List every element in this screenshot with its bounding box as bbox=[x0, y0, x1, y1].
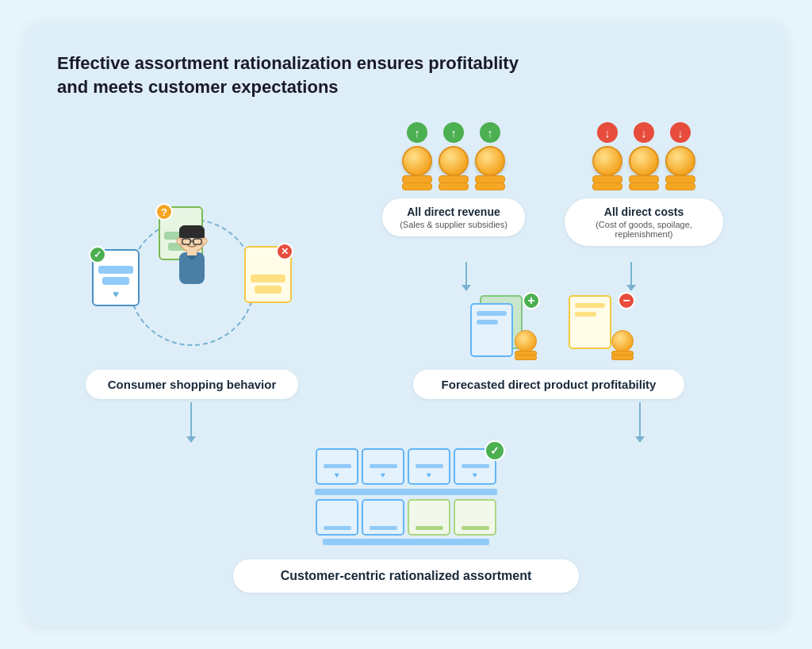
coin-4 bbox=[592, 146, 622, 176]
coin-cluster bbox=[515, 330, 537, 360]
person-svg bbox=[165, 225, 219, 313]
coin-2 bbox=[439, 146, 469, 176]
shelf-heart-2: ♥ bbox=[381, 470, 385, 479]
shelf-line-8 bbox=[462, 526, 489, 530]
consumer-section: ♥ ✓ ? ✕ bbox=[57, 203, 327, 399]
profit-product-green: + bbox=[465, 290, 537, 362]
shelf-row-bottom bbox=[316, 499, 496, 536]
shelf-illustration: ✓ ♥ ♥ ♥ bbox=[315, 448, 497, 545]
coin-stack-5: ↓ bbox=[629, 122, 659, 190]
check-badge-shelf: ✓ bbox=[485, 440, 505, 461]
coin-sm-2 bbox=[611, 330, 634, 352]
prod-line-1 bbox=[477, 311, 507, 316]
shelf-item-2: ♥ bbox=[362, 448, 404, 485]
shelf-item-6 bbox=[362, 499, 404, 536]
arrow-from-costs bbox=[630, 262, 632, 286]
minus-badge: − bbox=[618, 292, 635, 309]
prod-back-yellow bbox=[569, 295, 611, 349]
shelf-line-5 bbox=[324, 526, 351, 530]
profitability-label: Forecasted direct product profitability bbox=[413, 370, 685, 399]
shelf-item-7-green bbox=[408, 499, 450, 536]
arrow-down-left bbox=[190, 402, 192, 437]
top-row: ♥ ✓ ? ✕ bbox=[57, 122, 755, 399]
coin-stack-1: ↑ bbox=[402, 122, 432, 190]
up-arrow-3: ↑ bbox=[480, 122, 500, 143]
arrow-from-revenue bbox=[465, 262, 467, 286]
up-arrow-2: ↑ bbox=[443, 122, 464, 143]
shelf-row-top: ♥ ♥ ♥ ♥ bbox=[316, 448, 496, 485]
shelf-line-6 bbox=[370, 526, 397, 530]
consumer-label: Consumer shopping behavior bbox=[86, 370, 299, 399]
shelf-heart-3: ♥ bbox=[427, 470, 431, 479]
coin-1 bbox=[402, 146, 432, 176]
costs-pill: All direct costs (Cost of goods, spoilag… bbox=[565, 198, 723, 246]
coin-stack-4: ↓ bbox=[592, 122, 622, 190]
prod-lines bbox=[472, 305, 511, 331]
coin-stack-2: ↑ bbox=[439, 122, 469, 190]
shelf-item-3: ♥ bbox=[408, 448, 450, 485]
shelf-item-5 bbox=[316, 499, 358, 536]
revenue-costs-row: ↑ ↑ ↑ bbox=[343, 122, 755, 246]
coin-3 bbox=[475, 146, 505, 176]
coin-sm-1 bbox=[515, 330, 537, 352]
prod-front-blue bbox=[470, 303, 513, 357]
down-arrow-2: ↓ bbox=[634, 122, 654, 143]
bottom-label: Customer-centric rationalized assortment bbox=[233, 559, 580, 593]
arrow-right-down bbox=[639, 402, 641, 437]
coin-disk-sm-4 bbox=[611, 355, 634, 360]
shelf-bottom-bar-1 bbox=[315, 489, 497, 495]
arrow-down-right bbox=[639, 402, 641, 437]
svg-rect-2 bbox=[179, 230, 205, 238]
shelf-line-2 bbox=[370, 464, 397, 468]
revenue-pill: All direct revenue (Sales & supplier sub… bbox=[382, 198, 525, 236]
page-title: Effective assortment rationalization ens… bbox=[57, 52, 533, 98]
coin-stack-3: ↑ bbox=[475, 122, 505, 190]
coin-disk-sm-2 bbox=[515, 355, 537, 360]
shelf-line-3 bbox=[416, 464, 443, 468]
shelf-line-1 bbox=[324, 464, 351, 468]
plus-badge: + bbox=[523, 292, 540, 309]
down-arrow-3: ↓ bbox=[670, 122, 691, 143]
shelf-bottom-bar-2 bbox=[323, 539, 489, 545]
profit-products-row: + bbox=[465, 290, 632, 362]
arrow-left-down bbox=[190, 402, 192, 437]
svg-point-6 bbox=[177, 238, 182, 244]
revenue-box: ↑ ↑ ↑ bbox=[374, 122, 533, 246]
prod-line-2 bbox=[477, 320, 498, 324]
person-figure bbox=[160, 225, 224, 316]
costs-box: ↓ ↓ ↓ bbox=[565, 122, 723, 246]
down-arrow-1: ↓ bbox=[597, 122, 618, 143]
right-section: ↑ ↑ ↑ bbox=[343, 122, 755, 399]
up-arrow-1: ↑ bbox=[407, 122, 427, 143]
product-stack-yellow: − bbox=[561, 290, 632, 362]
shelf-line-4 bbox=[462, 464, 489, 468]
coin-5 bbox=[629, 146, 659, 176]
shelf-item-1: ♥ bbox=[316, 448, 358, 485]
costs-coins: ↓ ↓ ↓ bbox=[592, 122, 695, 190]
svg-point-7 bbox=[202, 238, 207, 244]
coin-stack-6: ↓ bbox=[665, 122, 695, 190]
shelf-line-7 bbox=[416, 526, 443, 530]
profit-product-yellow: − bbox=[561, 290, 632, 362]
prod-lines-y bbox=[570, 297, 610, 323]
bottom-connectors-area bbox=[57, 402, 755, 444]
prod-line-y1 bbox=[575, 303, 605, 308]
prod-line-y2 bbox=[575, 312, 596, 317]
coin-cluster-y bbox=[611, 330, 634, 360]
person-area: ♥ ✓ ? ✕ bbox=[81, 203, 303, 362]
diagram: ♥ ✓ ? ✕ bbox=[57, 122, 755, 593]
revenue-coins: ↑ ↑ ↑ bbox=[402, 122, 505, 190]
main-card: Effective assortment rationalization ens… bbox=[25, 23, 787, 626]
bottom-section: ✓ ♥ ♥ ♥ bbox=[57, 448, 755, 593]
shelf-heart-4: ♥ bbox=[473, 470, 477, 479]
shelf-heart-1: ♥ bbox=[335, 470, 339, 479]
coin-6 bbox=[665, 146, 695, 176]
product-stack-green: + bbox=[465, 290, 537, 362]
shelf-item-8-green bbox=[454, 499, 496, 536]
